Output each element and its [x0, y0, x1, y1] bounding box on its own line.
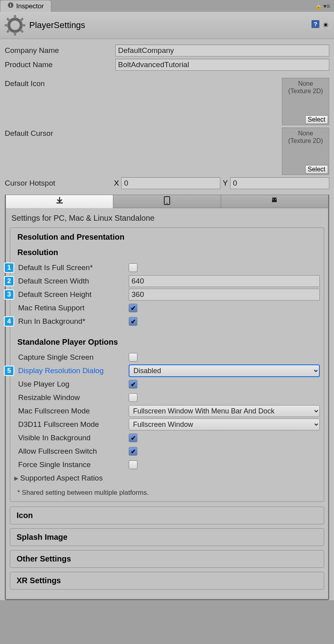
- annotation-2: 2: [4, 276, 14, 286]
- svg-text:?: ?: [313, 21, 317, 27]
- standalone-header: Standalone Player Options: [14, 335, 320, 351]
- hotspot-x-label: X: [114, 179, 119, 188]
- force-single-label: Force Single Instance: [18, 460, 129, 469]
- visible-background-label: Visible In Background: [18, 434, 129, 442]
- help-icon[interactable]: ?: [311, 20, 320, 31]
- inspector-tab[interactable]: i Inspector: [0, 0, 51, 12]
- tab-label: Inspector: [16, 2, 44, 10]
- tab-menu-icon[interactable]: ▾≡: [323, 2, 330, 10]
- display-dialog-row: 5 Display Resolution Dialog Disabled: [14, 364, 320, 377]
- force-single-row: Force Single Instance: [14, 458, 320, 471]
- page-title: PlayerSettings: [29, 20, 85, 30]
- lock-icon[interactable]: 🔒: [315, 3, 322, 9]
- aspect-ratios-foldout[interactable]: ▶ Supported Aspect Ratios: [14, 471, 320, 485]
- display-dialog-select[interactable]: Disabled: [129, 364, 320, 377]
- svg-rect-7: [7, 18, 11, 22]
- default-height-row: 3 Default Screen Height: [14, 288, 320, 301]
- default-cursor-select-button[interactable]: Select: [305, 165, 328, 174]
- resolution-header: Resolution: [14, 246, 320, 261]
- resizable-window-label: Resizable Window: [18, 393, 129, 402]
- platform-tabs: [6, 195, 328, 208]
- svg-point-16: [275, 199, 276, 200]
- allow-fullscreen-row: Allow Fullscreen Switch: [14, 445, 320, 458]
- other-settings-section[interactable]: Other Settings: [10, 550, 324, 568]
- annotation-5: 5: [4, 366, 14, 376]
- mac-retina-checkbox[interactable]: [129, 304, 137, 312]
- svg-rect-3: [14, 15, 16, 19]
- run-background-label: Run In Background*: [18, 317, 129, 326]
- icon-section[interactable]: Icon: [10, 507, 324, 524]
- mac-fullscreen-label: Mac Fullscreen Mode: [18, 407, 129, 415]
- resizable-window-row: Resizable Window: [14, 391, 320, 404]
- player-log-checkbox[interactable]: [129, 380, 137, 389]
- cursor-hotspot-label: Cursor Hotspot: [5, 179, 114, 188]
- settings-panel: Settings for PC, Mac & Linux Standalone …: [6, 208, 328, 599]
- mac-retina-label: Mac Retina Support: [18, 304, 129, 312]
- annotation-3: 3: [4, 289, 14, 300]
- capture-single-checkbox[interactable]: [129, 353, 137, 362]
- annotation-1: 1: [4, 263, 14, 273]
- splash-section[interactable]: Splash Image: [10, 528, 324, 546]
- default-cursor-label: Default Cursor: [5, 128, 115, 175]
- d3d11-fullscreen-row: D3D11 Fullscreen Mode Fullscreen Window: [14, 418, 320, 431]
- svg-rect-8: [20, 18, 24, 22]
- settings-menu-icon[interactable]: ✴︎: [322, 20, 329, 30]
- settings-for-label: Settings for PC, Mac & Linux Standalone: [10, 211, 324, 227]
- company-name-label: Company Name: [5, 46, 115, 55]
- default-fullscreen-checkbox[interactable]: [129, 263, 137, 272]
- product-name-label: Product Name: [5, 60, 115, 69]
- default-height-input[interactable]: [129, 289, 320, 300]
- shared-setting-footnote: * Shared setting between multiple platfo…: [14, 485, 320, 497]
- default-width-row: 2 Default Screen Width: [14, 274, 320, 288]
- android-icon: [270, 197, 278, 207]
- force-single-checkbox[interactable]: [129, 460, 137, 469]
- allow-fullscreen-label: Allow Fullscreen Switch: [18, 447, 129, 456]
- xr-settings-section[interactable]: XR Settings: [10, 572, 324, 590]
- product-name-row: Product Name: [5, 59, 329, 71]
- product-name-input[interactable]: [115, 59, 329, 71]
- hotspot-x-input[interactable]: [121, 177, 220, 189]
- download-icon: [56, 197, 64, 207]
- player-log-label: Use Player Log: [18, 380, 129, 389]
- resolution-presentation-section: Resolution and Presentation Resolution 1…: [10, 227, 324, 502]
- hotspot-y-input[interactable]: [230, 177, 329, 189]
- default-icon-slot[interactable]: None(Texture 2D) Select: [282, 78, 329, 125]
- default-cursor-row: Default Cursor None(Texture 2D) Select: [5, 128, 329, 175]
- default-width-label: Default Screen Width: [18, 277, 129, 285]
- svg-text:i: i: [10, 3, 11, 8]
- mac-fullscreen-select[interactable]: Fullscreen Window With Menu Bar And Dock: [129, 405, 320, 417]
- d3d11-fullscreen-label: D3D11 Fullscreen Mode: [18, 420, 129, 429]
- default-cursor-slot[interactable]: None(Texture 2D) Select: [282, 128, 329, 175]
- mac-fullscreen-row: Mac Fullscreen Mode Fullscreen Window Wi…: [14, 404, 320, 418]
- resolution-presentation-header: Resolution and Presentation: [14, 233, 320, 246]
- mac-retina-row: Mac Retina Support: [14, 301, 320, 315]
- run-background-checkbox[interactable]: [129, 317, 137, 326]
- platform-tab-standalone[interactable]: [6, 195, 113, 208]
- annotation-4: 4: [4, 316, 14, 327]
- svg-rect-6: [22, 24, 25, 26]
- svg-point-15: [273, 199, 274, 200]
- default-icon-label: Default Icon: [5, 78, 115, 125]
- svg-point-14: [167, 203, 168, 204]
- platform-tab-ios[interactable]: [113, 195, 221, 208]
- hotspot-y-label: Y: [223, 179, 228, 188]
- default-icon-row: Default Icon None(Texture 2D) Select: [5, 78, 329, 125]
- player-log-row: Use Player Log: [14, 377, 320, 391]
- default-icon-select-button[interactable]: Select: [305, 115, 328, 124]
- platform-tab-android[interactable]: [221, 195, 328, 208]
- display-dialog-label: Display Resolution Dialog: [18, 366, 129, 375]
- visible-background-checkbox[interactable]: [129, 434, 137, 442]
- svg-rect-10: [20, 29, 24, 33]
- allow-fullscreen-checkbox[interactable]: [129, 447, 137, 456]
- company-name-input[interactable]: [115, 45, 329, 56]
- window-tab-bar: i Inspector 🔒 ▾≡: [0, 0, 334, 12]
- svg-point-2: [9, 19, 21, 31]
- default-fullscreen-label: Default Is Full Screen*: [18, 263, 129, 272]
- d3d11-fullscreen-select[interactable]: Fullscreen Window: [129, 419, 320, 430]
- resizable-window-checkbox[interactable]: [129, 393, 137, 402]
- aspect-ratios-label: Supported Aspect Ratios: [20, 474, 131, 483]
- default-height-label: Default Screen Height: [18, 290, 129, 299]
- default-width-input[interactable]: [129, 275, 320, 287]
- visible-background-row: Visible In Background: [14, 431, 320, 445]
- svg-rect-4: [14, 32, 16, 36]
